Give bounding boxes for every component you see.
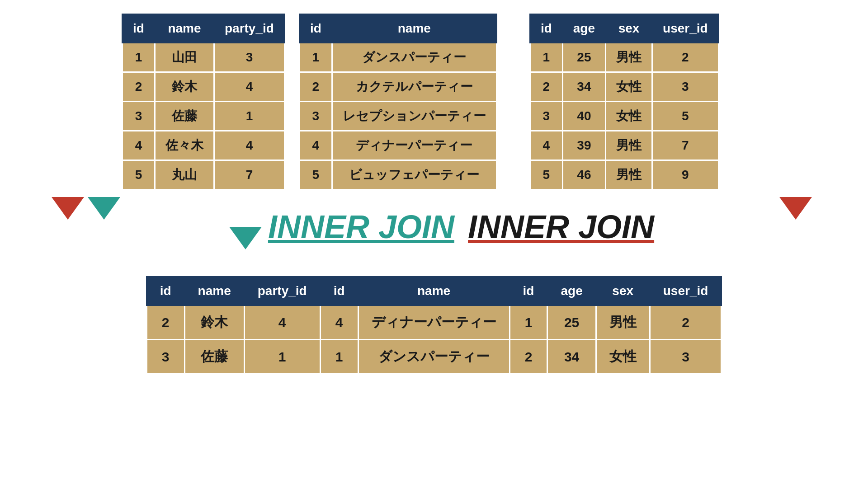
top-tables-section: id name party_id 1山田32鈴木43佐藤14佐々木45丸山7 i… <box>18 14 850 190</box>
result-table: id name party_id id name id age sex user… <box>146 276 722 375</box>
table1-row4-col2: 7 <box>214 160 284 190</box>
table1-wrapper: id name party_id 1山田32鈴木43佐藤14佐々木45丸山7 <box>122 14 285 190</box>
result-row1-col2: 1 <box>244 340 320 374</box>
table2-row1-col0: 2 <box>299 72 332 102</box>
result-row1-col0: 3 <box>146 340 184 374</box>
result-col-party-id: party_id <box>244 277 320 305</box>
table1: id name party_id 1山田32鈴木43佐藤14佐々木45丸山7 <box>122 14 285 190</box>
arrow1-head <box>52 197 84 220</box>
result-row1-col4: ダンスパーティー <box>358 340 509 374</box>
table3-col-user-id: user_id <box>652 14 719 43</box>
arrow4-head <box>779 197 812 220</box>
table2-row2-col1: レセプションパーティー <box>332 102 496 131</box>
table2-col-id: id <box>299 14 332 43</box>
table1-row2-col1: 佐藤 <box>155 102 214 131</box>
table3-row3-col0: 4 <box>530 131 562 160</box>
result-col-name2: name <box>358 277 509 305</box>
table2-row4-col1: ビュッフェパーティー <box>332 160 496 190</box>
table1-row4-col0: 5 <box>123 160 155 190</box>
table1-row1-col1: 鈴木 <box>155 72 214 102</box>
table3-row3-col2: 男性 <box>606 131 652 160</box>
join-text-area: INNER JOIN INNER JOIN <box>104 197 796 243</box>
table3-row2-col3: 5 <box>652 102 719 131</box>
table3-row1-col2: 女性 <box>606 72 652 102</box>
table3-row2-col2: 女性 <box>606 102 652 131</box>
table3-row4-col0: 5 <box>530 160 562 190</box>
table1-row2-col0: 3 <box>123 102 155 131</box>
result-row1-col6: 34 <box>547 340 596 374</box>
result-col-id2: id <box>320 277 358 305</box>
result-col-id: id <box>146 277 184 305</box>
table3-row1-col1: 34 <box>562 72 605 102</box>
result-row0-col3: 4 <box>320 305 358 340</box>
table3-row1-col3: 3 <box>652 72 719 102</box>
inner-join-label-1: INNER JOIN <box>268 211 454 243</box>
table3-row2-col1: 40 <box>562 102 605 131</box>
arrows-and-labels-section: INNER JOIN INNER JOIN <box>27 197 841 269</box>
table3-col-age: age <box>562 14 605 43</box>
inner-join-label-2: INNER JOIN <box>468 211 654 243</box>
table2-col-name: name <box>332 14 496 43</box>
table2-row4-col0: 5 <box>299 160 332 190</box>
table1-row1-col0: 2 <box>123 72 155 102</box>
table2-row3-col0: 4 <box>299 131 332 160</box>
table1-row0-col1: 山田 <box>155 43 214 72</box>
result-row0-col2: 4 <box>244 305 320 340</box>
table1-row3-col0: 4 <box>123 131 155 160</box>
result-row0-col5: 1 <box>509 305 547 340</box>
table3-row3-col1: 39 <box>562 131 605 160</box>
table1-row0-col2: 3 <box>214 43 284 72</box>
result-row0-col0: 2 <box>146 305 184 340</box>
table2-row1-col1: カクテルパーティー <box>332 72 496 102</box>
result-row1-col5: 2 <box>509 340 547 374</box>
table3-row4-col3: 9 <box>652 160 719 190</box>
table3-col-sex: sex <box>606 14 652 43</box>
result-row0-col1: 鈴木 <box>184 305 244 340</box>
table3-row4-col2: 男性 <box>606 160 652 190</box>
table2-row3-col1: ディナーパーティー <box>332 131 496 160</box>
table2-wrapper: id name 1ダンスパーティー2カクテルパーティー3レセプションパーティー4… <box>299 14 516 190</box>
table1-row3-col2: 4 <box>214 131 284 160</box>
table3-row0-col1: 25 <box>562 43 605 72</box>
result-col-user-id: user_id <box>650 277 722 305</box>
table3-row0-col2: 男性 <box>606 43 652 72</box>
table2-row0-col1: ダンスパーティー <box>332 43 496 72</box>
table3-row3-col3: 7 <box>652 131 719 160</box>
result-row0-col4: ディナーパーティー <box>358 305 509 340</box>
table1-row3-col1: 佐々木 <box>155 131 214 160</box>
result-row0-col8: 2 <box>650 305 722 340</box>
table1-row2-col2: 1 <box>214 102 284 131</box>
result-row1-col1: 佐藤 <box>184 340 244 374</box>
table3-row2-col0: 3 <box>530 102 562 131</box>
table3-row1-col0: 2 <box>530 72 562 102</box>
result-row1-col3: 1 <box>320 340 358 374</box>
table1-row4-col1: 丸山 <box>155 160 214 190</box>
table2: id name 1ダンスパーティー2カクテルパーティー3レセプションパーティー4… <box>299 14 497 190</box>
table3-col-id: id <box>530 14 562 43</box>
table3-wrapper: id age sex user_id 125男性2234女性3340女性5439… <box>529 14 746 190</box>
table3-row4-col1: 46 <box>562 160 605 190</box>
result-col-id3: id <box>509 277 547 305</box>
table1-col-party-id: party_id <box>214 14 284 43</box>
table1-row1-col2: 4 <box>214 72 284 102</box>
table2-row0-col0: 1 <box>299 43 332 72</box>
result-row1-col7: 女性 <box>596 340 650 374</box>
result-col-name: name <box>184 277 244 305</box>
result-row1-col8: 3 <box>650 340 722 374</box>
table1-col-name: name <box>155 14 214 43</box>
table3-row0-col0: 1 <box>530 43 562 72</box>
table3: id age sex user_id 125男性2234女性3340女性5439… <box>529 14 719 190</box>
table3-row0-col3: 2 <box>652 43 719 72</box>
result-col-sex: sex <box>596 277 650 305</box>
result-row0-col7: 男性 <box>596 305 650 340</box>
result-table-section: id name party_id id name id age sex user… <box>18 276 850 375</box>
table2-row2-col0: 3 <box>299 102 332 131</box>
result-row0-col6: 25 <box>547 305 596 340</box>
result-col-age: age <box>547 277 596 305</box>
table1-row0-col0: 1 <box>123 43 155 72</box>
arrow3-head <box>229 227 262 249</box>
table1-col-id: id <box>123 14 155 43</box>
